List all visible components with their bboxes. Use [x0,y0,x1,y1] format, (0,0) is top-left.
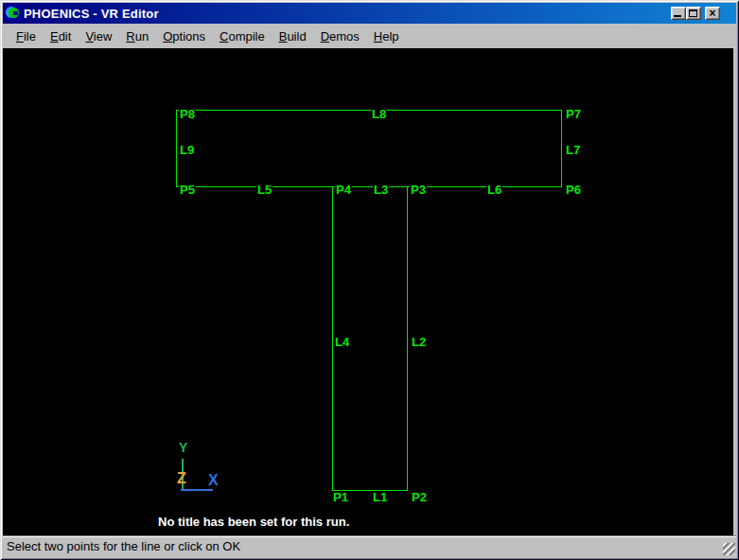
app-icon[interactable] [5,6,20,21]
line-label-l4: L4 [334,336,350,348]
menu-file[interactable]: File [15,27,37,45]
maximize-icon [689,9,697,17]
window-controls: × [671,7,720,20]
line-label-l6: L6 [486,184,502,196]
minimize-button[interactable] [671,7,686,20]
line-label-l7: L7 [565,144,581,156]
app-icon-notch [13,11,18,15]
menu-demos[interactable]: Demos [320,27,361,45]
line-label-l1: L1 [372,491,388,503]
line-label-l8: L8 [371,108,387,120]
vr-editor-canvas[interactable]: P8L8P7L9L7P5L5P4L3P3L6P6L4L2P1L1P2 Y Z X… [3,48,733,535]
run-title-text: No title has been set for this run. [158,515,349,529]
line-label-l2: L2 [411,336,427,348]
axis-x-line [181,489,213,491]
window-title: PHOENICS - VR Editor [24,7,159,21]
point-label-p5: P5 [179,184,196,196]
close-button[interactable]: × [705,7,720,20]
menu-view[interactable]: View [84,27,113,45]
menu-edit[interactable]: Edit [49,27,72,45]
menu-bar: File Edit View Run Options Compile Build… [3,24,736,48]
axis-z-label: Z [177,470,186,486]
axis-y-label: Y [179,441,187,454]
menu-options[interactable]: Options [162,27,206,45]
point-label-p1: P1 [332,491,349,503]
point-label-p4: P4 [335,184,352,196]
status-message: Select two points for the line or click … [7,539,240,553]
point-label-p6: P6 [565,184,582,196]
point-label-p8: P8 [179,108,196,120]
title-bar[interactable]: PHOENICS - VR Editor × [3,3,736,24]
point-label-p3: P3 [410,184,427,196]
close-icon: × [706,8,719,19]
maximize-button[interactable] [686,7,701,20]
geometry-rectangle-outline [176,110,562,187]
point-label-p7: P7 [565,108,582,120]
menu-run[interactable]: Run [125,27,150,45]
minimize-icon [674,15,681,17]
line-label-l9: L9 [179,144,195,156]
menu-compile[interactable]: Compile [219,27,266,45]
resize-grip-icon[interactable] [723,543,735,555]
line-label-l3: L3 [373,184,389,196]
status-bar: Select two points for the line or click … [3,535,736,556]
menu-help[interactable]: Help [373,27,400,45]
line-label-l5: L5 [256,184,273,196]
menu-build[interactable]: Build [278,27,308,45]
axis-x-label: X [208,472,219,488]
phoenics-vr-editor-window: PHOENICS - VR Editor × File Edit View Ru… [0,0,739,560]
point-label-p2: P2 [411,491,428,503]
